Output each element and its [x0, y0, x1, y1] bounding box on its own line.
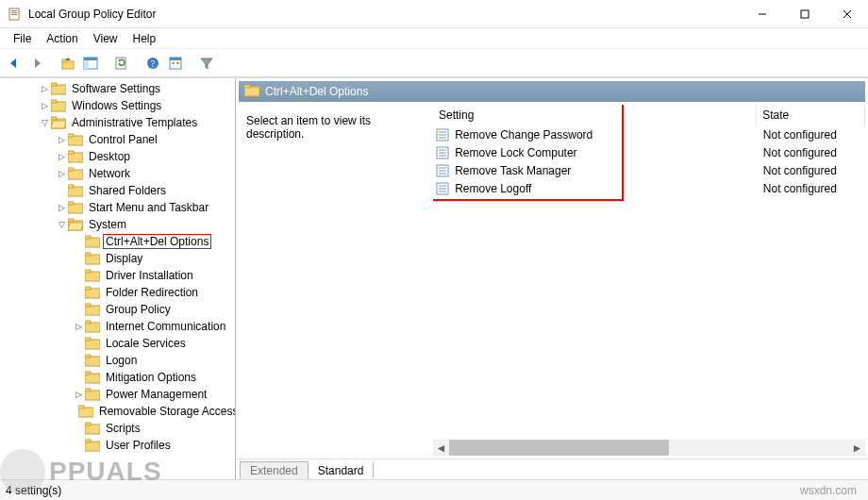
- setting-name: Remove Lock Computer: [453, 146, 758, 159]
- folder-icon: [85, 439, 100, 452]
- policy-setting-icon: [435, 163, 449, 178]
- tree-item-driver-installation[interactable]: ▷Driver Installation: [0, 267, 235, 284]
- tree-item-locale-services[interactable]: ▷Locale Services: [0, 335, 235, 352]
- list-item[interactable]: Remove Lock ComputerNot configured: [433, 143, 865, 161]
- folder-icon: [244, 84, 259, 100]
- svg-rect-51: [85, 338, 91, 341]
- tree-item-control-panel[interactable]: ▷Control Panel: [0, 131, 235, 148]
- tree-item-start-menu[interactable]: ▷Start Menu and Taskbar: [0, 199, 235, 216]
- svg-rect-27: [68, 134, 74, 137]
- toolbar: ?: [0, 49, 868, 77]
- tree-item-scripts[interactable]: ▷Scripts: [0, 420, 235, 437]
- tree-item-admin-templates[interactable]: ▽Administrative Templates: [0, 114, 235, 131]
- tree-item-shared-folders[interactable]: ▷Shared Folders: [0, 182, 235, 199]
- svg-rect-31: [68, 168, 74, 171]
- setting-state: Not configured: [758, 128, 865, 142]
- svg-rect-1: [11, 10, 17, 11]
- separator-icon: [191, 54, 192, 73]
- svg-rect-18: [172, 62, 175, 64]
- tree-item-desktop[interactable]: ▷Desktop: [0, 148, 235, 165]
- tree-scrollbar[interactable]: ▷Software Settings ▷Windows Settings ▽Ad…: [0, 78, 235, 479]
- svg-rect-19: [176, 62, 179, 64]
- tree-item-logon[interactable]: ▷Logon: [0, 352, 235, 369]
- show-hide-tree-button[interactable]: [80, 53, 101, 74]
- scroll-right-icon[interactable]: ►: [849, 440, 865, 456]
- svg-rect-17: [170, 58, 181, 60]
- svg-rect-29: [68, 151, 74, 154]
- tree-item-display[interactable]: ▷Display: [0, 250, 235, 267]
- tree-item-software-settings[interactable]: ▷Software Settings: [0, 80, 235, 97]
- content-pane: Ctrl+Alt+Del Options Select an item to v…: [236, 78, 868, 479]
- properties-button[interactable]: [165, 53, 186, 74]
- tree-item-ctrl-alt-del[interactable]: ▷Ctrl+Alt+Del Options: [0, 233, 235, 250]
- back-button[interactable]: [4, 53, 25, 74]
- list-item[interactable]: Remove Change PasswordNot configured: [433, 125, 865, 143]
- svg-rect-39: [85, 236, 91, 239]
- setting-name: Remove Task Manager: [453, 164, 758, 177]
- tree-item-power-management[interactable]: ▷Power Management: [0, 386, 235, 403]
- tree-item-windows-settings[interactable]: ▷Windows Settings: [0, 97, 235, 114]
- svg-text:?: ?: [151, 58, 156, 69]
- forward-button[interactable]: [26, 53, 47, 74]
- svg-rect-37: [68, 219, 74, 222]
- policy-setting-icon: [435, 145, 449, 160]
- folder-icon: [68, 167, 83, 180]
- menu-file[interactable]: File: [6, 30, 39, 47]
- tree-item-internet-comm[interactable]: ▷Internet Communication: [0, 318, 235, 335]
- tree-item-mitigation-options[interactable]: ▷Mitigation Options: [0, 369, 235, 386]
- setting-state: Not configured: [758, 146, 865, 159]
- menu-action[interactable]: Action: [39, 30, 85, 47]
- folder-icon: [68, 150, 83, 163]
- svg-rect-63: [85, 440, 91, 442]
- menubar: File Action View Help: [0, 28, 868, 49]
- horizontal-scrollbar[interactable]: ◄ ►: [433, 440, 865, 456]
- window-title: Local Group Policy Editor: [28, 8, 156, 21]
- tree-item-network[interactable]: ▷Network: [0, 165, 235, 182]
- description-prompt: Select an item to view its description.: [246, 114, 371, 141]
- folder-icon: [51, 99, 66, 112]
- folder-icon: [85, 337, 100, 350]
- help-button[interactable]: ?: [142, 53, 163, 74]
- tab-strip: Extended Standard: [236, 458, 868, 479]
- tree-item-group-policy[interactable]: ▷Group Policy: [0, 301, 235, 318]
- tree-item-removable-storage[interactable]: ▷Removable Storage Access: [0, 403, 235, 420]
- folder-icon: [85, 235, 100, 248]
- close-button[interactable]: [826, 0, 868, 28]
- menu-help[interactable]: Help: [125, 30, 164, 47]
- list-item[interactable]: Remove Task ManagerNot configured: [433, 161, 865, 179]
- folder-icon: [85, 422, 100, 435]
- status-count: 4 setting(s): [6, 484, 61, 497]
- menu-view[interactable]: View: [86, 30, 125, 47]
- separator-icon: [137, 54, 138, 73]
- filter-button[interactable]: [196, 53, 217, 74]
- refresh-button[interactable]: [111, 53, 132, 74]
- svg-rect-25: [51, 117, 57, 120]
- svg-rect-49: [85, 321, 91, 324]
- folder-icon: [68, 133, 83, 146]
- tab-extended[interactable]: Extended: [240, 461, 309, 479]
- svg-rect-53: [85, 355, 91, 358]
- svg-rect-3: [11, 14, 17, 15]
- column-header-setting[interactable]: Setting: [433, 105, 757, 125]
- window-titlebar: Local Group Policy Editor: [0, 0, 868, 28]
- scroll-left-icon[interactable]: ◄: [433, 440, 449, 456]
- folder-open-icon: [51, 116, 66, 129]
- maximize-button[interactable]: [783, 0, 826, 28]
- svg-rect-21: [51, 83, 57, 86]
- tree-item-folder-redirection[interactable]: ▷Folder Redirection: [0, 284, 235, 301]
- setting-name: Remove Change Password: [453, 128, 758, 142]
- policy-setting-icon: [435, 127, 449, 142]
- tree-item-system[interactable]: ▽System: [0, 216, 235, 233]
- mmc-app-icon: [8, 7, 23, 22]
- description-column: Select an item to view its description.: [239, 105, 433, 456]
- tab-standard[interactable]: Standard: [308, 461, 375, 479]
- column-header-state[interactable]: State: [757, 105, 865, 125]
- list-item[interactable]: Remove LogoffNot configured: [433, 179, 865, 197]
- tree-item-user-profiles[interactable]: ▷User Profiles: [0, 437, 235, 454]
- folder-icon: [85, 354, 100, 367]
- up-button[interactable]: [58, 53, 78, 74]
- content-header-title: Ctrl+Alt+Del Options: [265, 85, 368, 98]
- minimize-button[interactable]: [741, 0, 783, 28]
- folder-icon: [68, 201, 83, 214]
- separator-icon: [106, 54, 107, 73]
